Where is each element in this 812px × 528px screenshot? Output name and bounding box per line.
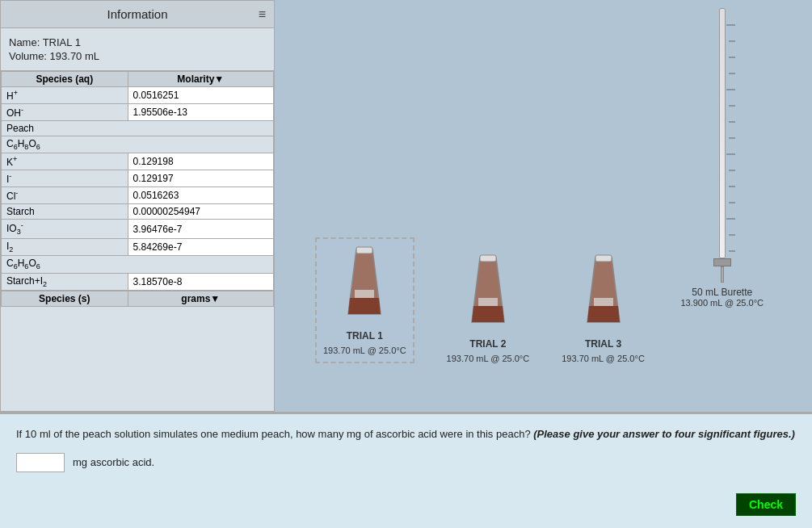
molarity-i2: 5.84269e-7 [128,238,273,255]
svg-marker-21 [472,306,504,322]
answer-input[interactable] [16,453,65,472]
burette: 50 mL Burette 13.900 mL @ 25.0°C [680,8,764,308]
col-molarity[interactable]: Molarity▼ [128,72,273,87]
answer-row: mg ascorbic acid. [16,453,796,472]
table-row: H+ 0.0516251 [2,87,274,104]
trial-3-flask[interactable] [571,254,636,334]
table-row: I- 0.129197 [2,170,274,187]
molarity-i-minus: 0.129197 [128,170,273,187]
table-row: Starch 0.00000254947 [2,204,274,220]
top-section: Information ≡ Name: TRIAL 1 Volume: 193.… [0,0,812,412]
trial-3-item[interactable]: TRIAL 3 193.70 mL @ 25.0°C [562,254,645,363]
answer-unit-label: mg ascorbic acid. [73,456,154,468]
species-table: Species (aq) Molarity▼ H+ 0.0516251 OH- … [1,71,274,307]
species-c6h8o6: C6H8O6 [2,136,274,153]
burette-tube [719,8,726,258]
trial-3-label: TRIAL 3 [585,338,621,350]
trials-area: TRIAL 1 193.70 mL @ 25.0°C TRIAL 2 [315,237,645,363]
table-row: C6H8O6 [2,136,274,153]
menu-icon[interactable]: ≡ [259,7,266,22]
species-h-plus: H+ [2,87,128,104]
svg-marker-17 [348,298,381,314]
trial-3-sublabel: 193.70 mL @ 25.0°C [562,354,645,363]
species-k-plus: K+ [2,153,128,170]
table-row: Starch+I2 3.18570e-8 [2,273,274,291]
bottom-section: If 10 ml of the peach solution simulates… [0,412,812,528]
table-row: IO3- 3.96476e-7 [2,220,274,238]
species-i-minus: I- [2,170,128,187]
species-peach: Peach [2,121,274,136]
species-table-wrapper: Species (aq) Molarity▼ H+ 0.0516251 OH- … [1,71,274,307]
trial-2-flask[interactable] [456,254,520,334]
svg-rect-20 [480,255,496,262]
species-io3-minus: IO3- [2,220,128,238]
trial-volume: Volume: 193.70 mL [9,50,266,62]
col-species-aq[interactable]: Species (aq) [2,72,128,87]
col-grams[interactable]: grams▼ [128,291,273,307]
burette-tip [721,266,724,283]
trial-2-label: TRIAL 2 [469,338,506,350]
check-button[interactable]: Check [736,493,796,516]
svg-rect-24 [595,255,612,262]
trial-2-sublabel: 193.70 mL @ 25.0°C [447,354,530,363]
table-row: I2 5.84269e-7 [2,238,274,255]
burette-knob[interactable] [713,258,731,266]
table-row: C6H6O6 [2,256,274,273]
info-header: Information ≡ [1,1,274,28]
table-row: K+ 0.129198 [2,153,274,170]
table-row: OH- 1.95506e-13 [2,104,274,121]
molarity-h-plus: 0.0516251 [128,87,273,104]
table-row: Peach [2,121,274,136]
trial-1-sublabel: 193.70 mL @ 25.0°C [323,346,406,355]
molarity-starch: 0.00000254947 [128,204,273,220]
molarity-oh-minus: 1.95506e-13 [128,104,273,121]
burette-label: 50 mL Burette [692,287,752,298]
trial-name: Name: TRIAL 1 [9,36,266,48]
svg-rect-22 [478,298,498,306]
trial-2-item[interactable]: TRIAL 2 193.70 mL @ 25.0°C [447,254,530,363]
trial-1-item[interactable]: TRIAL 1 193.70 mL @ 25.0°C [315,237,414,363]
col-species-s[interactable]: Species (s) [2,291,128,307]
molarity-io3-minus: 3.96476e-7 [128,220,273,238]
svg-marker-25 [587,306,620,322]
main-container: Information ≡ Name: TRIAL 1 Volume: 193.… [0,0,812,528]
question-text: If 10 ml of the peach solution simulates… [16,426,796,443]
svg-rect-16 [356,247,372,254]
lab-area: 50 mL Burette 13.900 mL @ 25.0°C [275,0,812,412]
species-starch-i2: Starch+I2 [2,273,128,291]
grams-row: Species (s) grams▼ [2,291,274,307]
species-i2: I2 [2,238,128,255]
trial-1-flask[interactable] [332,245,397,326]
info-panel: Information ≡ Name: TRIAL 1 Volume: 193.… [0,0,275,412]
name-volume-section: Name: TRIAL 1 Volume: 193.70 mL [1,28,274,71]
species-c6h6o6: C6H6O6 [2,256,274,273]
species-starch: Starch [2,204,128,220]
molarity-starch-i2: 3.18570e-8 [128,273,273,291]
species-cl-minus: Cl- [2,187,128,204]
svg-rect-18 [355,290,374,298]
svg-rect-26 [594,298,613,306]
molarity-cl-minus: 0.0516263 [128,187,273,204]
info-title: Information [107,7,167,21]
question-italic: (Please give your answer to four signifi… [533,428,795,440]
trial-1-label: TRIAL 1 [347,330,383,342]
burette-sublabel: 13.900 mL @ 25.0°C [680,298,764,308]
table-row: Cl- 0.0516263 [2,187,274,204]
species-oh-minus: OH- [2,104,128,121]
molarity-k-plus: 0.129198 [128,153,273,170]
